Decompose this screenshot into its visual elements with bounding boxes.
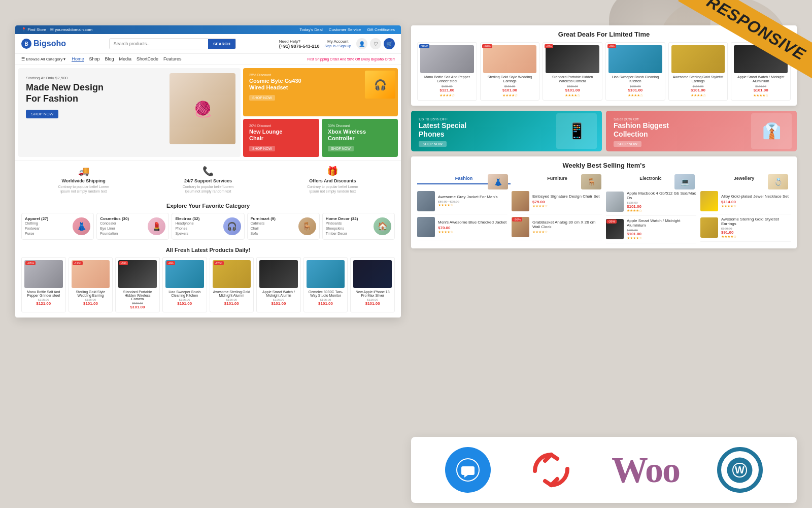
deal-badge-brush: -6% bbox=[607, 44, 616, 48]
product-card-iphone[interactable]: New Apple iPhone 13 Pro Max Silver $136.… bbox=[350, 257, 395, 312]
hero-shop-now-button[interactable]: SHOP NOW bbox=[26, 110, 58, 118]
hero-section: Starting At Only $2,500 Made New DesignF… bbox=[18, 68, 398, 157]
nav-features[interactable]: Features bbox=[163, 56, 182, 62]
categories-section: Explore Your Favorite Category Apparel (… bbox=[15, 199, 401, 243]
category-electrox[interactable]: Electrox (32) HeadphonePhonesSpekers 🎧 bbox=[172, 213, 244, 239]
hero-card-btn-xbox[interactable]: SHOP NOW bbox=[328, 146, 354, 151]
hero-card-discount-xbox: 30% Discount bbox=[328, 124, 392, 128]
category-apparel[interactable]: Apparel (27) ClothingFootwearPurse 👗 bbox=[21, 213, 94, 239]
user-icon-btn[interactable]: 👤 bbox=[356, 38, 367, 49]
logo[interactable]: B Bigsoho bbox=[21, 39, 66, 49]
cart-icon-btn[interactable]: 🛒 bbox=[384, 38, 395, 49]
product-name-earring: Sterling Gold Style Wedding Earring bbox=[72, 290, 110, 297]
header: B Bigsoho SEARCH Need Help? (+91) 9876-5… bbox=[15, 34, 401, 54]
nav-shop[interactable]: Shop bbox=[89, 56, 100, 62]
weekly-tab-electronic[interactable]: Electronic 💻 bbox=[604, 173, 697, 184]
deal-img-salt bbox=[420, 45, 474, 73]
promo-banner-phones[interactable]: Up To 35% OFF Latest SpecialPhones SHOP … bbox=[411, 111, 602, 151]
hero-card-btn-chair[interactable]: SHOP NOW bbox=[249, 146, 275, 151]
browse-all-category-button[interactable]: ☰ Browse All Category ▾ bbox=[21, 57, 65, 61]
wishlist-icon-btn[interactable]: ♡ bbox=[370, 38, 381, 49]
deal-card-salt[interactable]: NEW Manu Bottle Salt And Pepper Grinder … bbox=[417, 42, 477, 101]
deal-card-brush[interactable]: -6% Liao Sweeper Brush Cleaning Kitchen … bbox=[605, 42, 665, 101]
weekly-tab-jewellery[interactable]: Jewellery 💍 bbox=[697, 173, 791, 184]
product-card-jewelry[interactable]: -26% Awesome Sterling Gold Midnight Alum… bbox=[210, 257, 254, 312]
top-bar-center: Today's Deal Customer Service Gift Certi… bbox=[299, 27, 395, 32]
category-cosmetics[interactable]: Cosmetics (30) ConcealerEye LinerFoundat… bbox=[96, 213, 169, 239]
weekly-product-info-applewatch: Apple Smart Watch / Midnight Aluminium $… bbox=[627, 218, 696, 240]
product-card-brush[interactable]: -4% Liao Sweeper Brush Cleaning Kitchen … bbox=[162, 257, 207, 312]
deal-card-camera[interactable]: -6% Standard Portable Hidden Wireless Ca… bbox=[543, 42, 602, 101]
deal-stars-earring: ★★★★☆ bbox=[483, 93, 537, 98]
category-furnimart[interactable]: Furnimart (9) CabinetsChairSofa 🪑 bbox=[247, 213, 320, 239]
weekly-product-info-clock: GrabBasket Analog 30 cm X 26 cm Wall Clo… bbox=[532, 220, 602, 234]
product-name-salt: Manu Bottle Salt And Pepper Grinder stee… bbox=[24, 290, 63, 297]
deal-new-price-brush: $101.00 bbox=[608, 88, 662, 92]
weekly-col-furniture: Embsyed Signature Design Chair Set $75.0… bbox=[512, 188, 602, 243]
hero-title: Made New DesignFor Fashion bbox=[26, 82, 233, 104]
weekly-product-price-earring2: $91.00 bbox=[721, 230, 791, 235]
weekly-product-name-chair1: Embsyed Signature Design Chair Set bbox=[532, 194, 602, 199]
gift-certificates-link[interactable]: Gift Certificates bbox=[367, 27, 395, 32]
nav-media[interactable]: Media bbox=[119, 56, 132, 62]
refresh-logo bbox=[528, 447, 574, 493]
deal-card-earring[interactable]: -26% Sterling Gold Style Wedding Earring… bbox=[480, 42, 540, 101]
find-store-link[interactable]: 📍 Find Store bbox=[21, 27, 46, 32]
product-badge-camera: -6% bbox=[119, 261, 128, 265]
nav-blog[interactable]: Blog bbox=[105, 56, 114, 62]
weekly-product-price-necklace: $114.00 bbox=[721, 200, 791, 204]
weekly-product-img-chair1 bbox=[512, 191, 529, 211]
weekly-product-stars-jacket2: ★★★★☆ bbox=[438, 230, 507, 234]
email-link[interactable]: ✉ yourmaildomain.com bbox=[50, 27, 92, 32]
product-new-price-jewelry: $101.00 bbox=[213, 301, 251, 306]
category-home-decor[interactable]: Home Decor (32) PinboardsSheepskinsTimbe… bbox=[322, 213, 395, 239]
weekly-product-applewatch[interactable]: -26% Apple Smart Watch / Midnight Alumin… bbox=[606, 216, 696, 243]
feature-offers-title: Offers And Discounts bbox=[270, 178, 395, 183]
wp-icon: W bbox=[726, 456, 754, 484]
signin-label[interactable]: Sign In / Sign Up bbox=[324, 44, 351, 48]
product-card-watch[interactable]: Apple Smart Watch / Midnight Alumin $136… bbox=[256, 257, 301, 312]
product-name-camera: Standard Portable Hidden Wireless Camera bbox=[118, 290, 157, 301]
hero-card-img-headset: 🎧 bbox=[365, 71, 395, 99]
product-card-salt[interactable]: -26% Manu Bottle Salt And Pepper Grinder… bbox=[21, 257, 66, 312]
promo-banner-fashion[interactable]: Sale! 20% Off Fashion BiggestCollection … bbox=[606, 111, 797, 151]
category-furnimart-name: Furnimart (9) bbox=[251, 216, 296, 221]
weekly-tab-img-furniture: 🪑 bbox=[581, 174, 601, 189]
promo-btn-phones[interactable]: SHOP NOW bbox=[419, 141, 447, 147]
responsive-badge-container: RESPONSIVE bbox=[670, 0, 812, 81]
weekly-tab-img-fashion: 👗 bbox=[488, 174, 508, 189]
product-card-earring[interactable]: -12% Sterling Gold Style Wedding Earring… bbox=[69, 257, 113, 312]
product-new-price-watch: $101.00 bbox=[259, 301, 298, 306]
search-input[interactable] bbox=[110, 39, 208, 49]
header-account[interactable]: My Account Sign In / Sign Up bbox=[324, 39, 351, 48]
weekly-product-chair1[interactable]: Embsyed Signature Design Chair Set $75.0… bbox=[512, 188, 602, 214]
weekly-product-macbook[interactable]: Apple Macbook 4 Gb/512 Gb Ssd/Mac Os $13… bbox=[606, 188, 696, 216]
deal-name-camera: Standard Portable Hidden Wireless Camera bbox=[546, 75, 599, 84]
promo-img-fashion: 👔 bbox=[751, 113, 792, 149]
nav-home[interactable]: Home bbox=[72, 56, 84, 62]
product-card-monitor[interactable]: Gemelec 8030C Two-Way Studio Monitor $13… bbox=[303, 257, 348, 312]
weekly-product-clock[interactable]: -26% GrabBasket Analog 30 cm X 26 cm Wal… bbox=[512, 214, 602, 240]
product-name-jewelry: Awesome Sterling Gold Midnight Alumni bbox=[213, 290, 251, 297]
customer-service-link[interactable]: Customer Service bbox=[329, 27, 361, 32]
deal-name-earring: Sterling Gold Style Wedding Earrings bbox=[483, 75, 537, 84]
category-cosmetics-sub: ConcealerEye LinerFoundation bbox=[100, 221, 145, 236]
weekly-product-jacket1[interactable]: Awesome Grey Jacket For Men's $80.00 - $… bbox=[417, 188, 507, 214]
todays-deal-link[interactable]: Today's Deal bbox=[299, 27, 323, 32]
weekly-product-jacket2[interactable]: Men's Awesome Blue Checked Jacket $70.00… bbox=[417, 214, 507, 240]
promo-btn-fashion[interactable]: SHOP NOW bbox=[614, 141, 641, 147]
category-furnimart-img: 🪑 bbox=[298, 217, 316, 235]
product-card-camera[interactable]: -6% Standard Portable Hidden Wireless Ca… bbox=[115, 257, 160, 312]
hero-card-btn-headset[interactable]: SHOP NOW bbox=[249, 95, 275, 101]
product-name-brush: Liao Sweeper Brush Cleaning Kitchen bbox=[165, 290, 204, 297]
weekly-product-earring2[interactable]: Awesome Sterling Gold Styletist Earrings… bbox=[700, 214, 791, 242]
deal-img-camera bbox=[546, 45, 599, 73]
weekly-product-necklace[interactable]: Alloy Gold-plated Jewel Necklace Set $11… bbox=[700, 188, 791, 214]
feature-support-title: 24/7 Support Services bbox=[146, 178, 270, 183]
weekly-tab-fashion[interactable]: Fashion 👗 bbox=[417, 173, 511, 184]
product-badge-brush: -4% bbox=[166, 261, 175, 265]
search-button[interactable]: SEARCH bbox=[208, 39, 235, 49]
offers-icon: 🎁 bbox=[270, 166, 395, 177]
nav-shortcode[interactable]: ShortCode bbox=[137, 56, 158, 62]
weekly-tab-furniture[interactable]: Furniture 🪑 bbox=[511, 173, 604, 184]
